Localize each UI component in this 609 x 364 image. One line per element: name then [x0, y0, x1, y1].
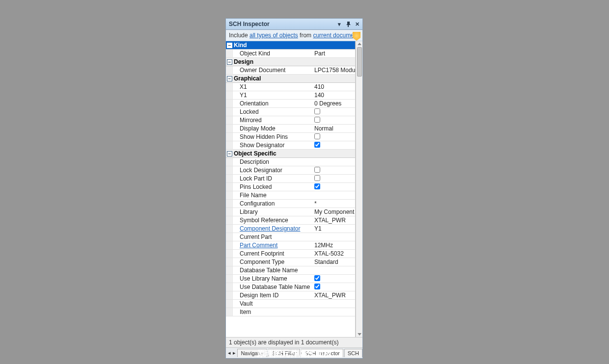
scrollbar-thumb[interactable]: [357, 47, 362, 77]
row-indent: [226, 91, 233, 99]
property-row[interactable]: Configuration*: [226, 200, 355, 208]
property-row[interactable]: Symbol ReferenceXTAL_PWR: [226, 216, 355, 225]
property-label: Configuration: [233, 200, 313, 207]
property-row[interactable]: Item: [226, 308, 355, 316]
property-value[interactable]: XTAL_PWR: [313, 217, 355, 224]
property-row[interactable]: Lock Designator: [226, 166, 355, 175]
collapse-icon[interactable]: −: [227, 43, 232, 48]
scope-filter-link[interactable]: current document: [313, 32, 359, 39]
property-value[interactable]: Y1: [313, 225, 355, 232]
collapse-icon[interactable]: −: [227, 59, 232, 65]
row-indent: [226, 191, 233, 199]
property-label: Current Part: [233, 234, 313, 240]
collapse-icon[interactable]: −: [227, 151, 232, 156]
property-row[interactable]: Design Item IDXTAL_PWR: [226, 291, 355, 300]
property-row[interactable]: Vault: [226, 300, 355, 308]
filter-infobar: Include all types of objects from curren…: [226, 30, 362, 41]
property-value: [313, 175, 355, 182]
property-label: File Name: [233, 192, 313, 199]
property-label-link[interactable]: Part Comment: [233, 242, 313, 249]
shield-icon: [352, 31, 361, 41]
property-row[interactable]: Mirrored: [226, 116, 355, 125]
property-value[interactable]: My Component: [313, 208, 355, 215]
property-value[interactable]: LPC1758 Modul: [313, 67, 355, 74]
property-row[interactable]: Object KindPart: [226, 50, 355, 58]
property-label: Current Footprint: [233, 250, 313, 257]
close-icon[interactable]: ✕: [354, 21, 360, 27]
property-checkbox[interactable]: [314, 133, 320, 139]
property-checkbox[interactable]: [314, 175, 320, 181]
pin-icon[interactable]: [345, 21, 352, 27]
property-value[interactable]: 0 Degrees: [313, 100, 355, 107]
collapse-icon[interactable]: −: [227, 76, 232, 81]
row-indent: [226, 175, 233, 182]
row-indent: [226, 108, 233, 116]
property-value[interactable]: 140: [313, 92, 355, 99]
group-header[interactable]: −Design: [226, 58, 355, 66]
infobar-prefix: Include: [229, 32, 249, 39]
panel-title: SCH Inspector: [229, 21, 334, 27]
property-label: Owner Document: [233, 67, 313, 74]
vertical-scrollbar[interactable]: [356, 41, 362, 337]
property-row[interactable]: Show Hidden Pins: [226, 133, 355, 141]
property-row[interactable]: Display ModeNormal: [226, 125, 355, 133]
property-label: Use Database Table Name: [233, 284, 313, 290]
property-row[interactable]: Component DesignatorY1: [226, 225, 355, 233]
panel-titlebar: SCH Inspector ▾ ✕: [226, 19, 362, 30]
row-indent: [226, 66, 233, 74]
property-value[interactable]: XTAL_PWR: [313, 292, 355, 299]
property-row[interactable]: Database Table Name: [226, 266, 355, 275]
property-row[interactable]: File Name: [226, 191, 355, 200]
property-label: Lock Designator: [233, 167, 313, 174]
property-row[interactable]: Y1140: [226, 91, 355, 100]
property-row[interactable]: Current Part: [226, 233, 355, 241]
property-row[interactable]: Locked: [226, 108, 355, 116]
property-checkbox[interactable]: [314, 284, 320, 289]
property-row[interactable]: Orientation0 Degrees: [226, 100, 355, 108]
property-checkbox[interactable]: [314, 167, 320, 173]
property-value[interactable]: Part: [313, 50, 355, 57]
property-value[interactable]: *: [313, 200, 355, 207]
row-indent: [226, 158, 233, 166]
row-indent: [226, 216, 233, 224]
property-value[interactable]: Normal: [313, 125, 355, 132]
property-label: Symbol Reference: [233, 217, 313, 224]
property-checkbox[interactable]: [314, 275, 320, 281]
property-label-link[interactable]: Component Designator: [233, 225, 313, 232]
property-value[interactable]: XTAL-5032: [313, 250, 355, 257]
property-checkbox[interactable]: [314, 117, 320, 123]
property-label: Lock Part ID: [233, 175, 313, 182]
property-checkbox[interactable]: [314, 183, 320, 189]
property-row[interactable]: Description: [226, 158, 355, 166]
property-label: Y1: [233, 92, 313, 99]
property-value[interactable]: Standard: [313, 259, 355, 265]
row-indent: [226, 166, 233, 174]
property-row[interactable]: LibraryMy Component: [226, 208, 355, 216]
property-row[interactable]: Current FootprintXTAL-5032: [226, 250, 355, 258]
row-indent: [226, 275, 233, 283]
property-row[interactable]: Show Designator: [226, 141, 355, 150]
group-header[interactable]: −Object Specific: [226, 150, 355, 158]
property-row[interactable]: Use Database Table Name: [226, 283, 355, 291]
property-value: [313, 275, 355, 283]
sch-inspector-panel: SCH Inspector ▾ ✕ Include all types of o…: [225, 18, 363, 359]
property-checkbox[interactable]: [314, 142, 320, 148]
group-header[interactable]: −Kind: [226, 41, 355, 50]
row-indent: [226, 183, 233, 191]
objects-filter-link[interactable]: all types of objects: [249, 32, 298, 39]
property-row[interactable]: Pins Locked: [226, 183, 355, 191]
property-row[interactable]: Component TypeStandard: [226, 258, 355, 266]
property-row[interactable]: Lock Part ID: [226, 175, 355, 183]
group-label: Graphical: [234, 75, 261, 82]
property-value: [313, 142, 355, 149]
property-checkbox[interactable]: [314, 108, 320, 114]
property-row[interactable]: X1410: [226, 83, 355, 91]
property-value[interactable]: 410: [313, 83, 355, 90]
property-row[interactable]: Part Comment12MHz: [226, 241, 355, 250]
group-header[interactable]: −Graphical: [226, 75, 355, 83]
property-value[interactable]: 12MHz: [313, 242, 355, 249]
property-row[interactable]: Use Library Name: [226, 275, 355, 283]
property-row[interactable]: Owner DocumentLPC1758 Modul: [226, 66, 355, 75]
dropdown-icon[interactable]: ▾: [336, 21, 343, 27]
property-value: [313, 108, 355, 116]
